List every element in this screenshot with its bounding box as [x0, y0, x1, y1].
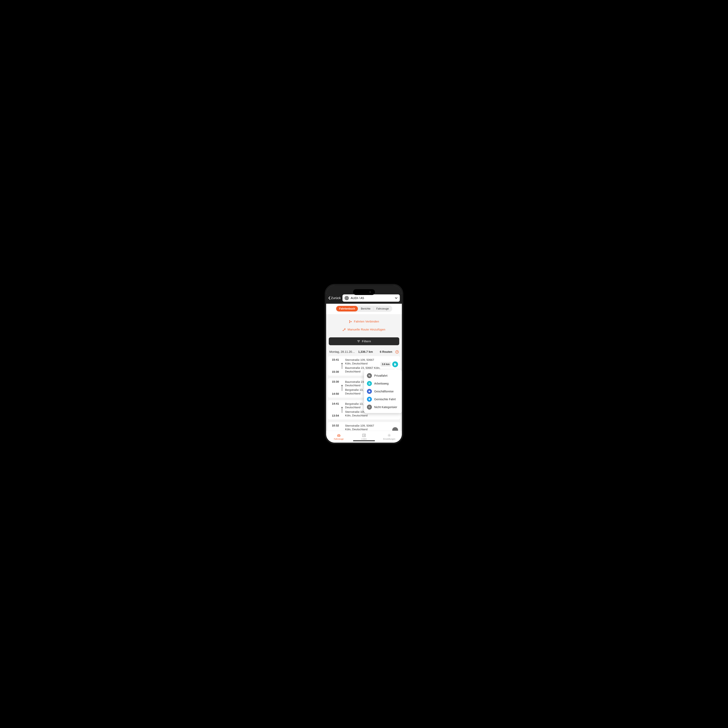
start-time: 15:30 — [332, 370, 339, 373]
tab-fahrzeuge-top[interactable]: Fahrzeuge — [373, 306, 392, 312]
tab-label: Fahrzeuge — [334, 438, 344, 440]
direction-arrow — [340, 380, 344, 395]
times-column: 10:32 — [330, 424, 339, 431]
building-icon — [367, 381, 372, 386]
svg-point-0 — [349, 320, 350, 321]
category-popover: Privatfahrt Arbeitsweg Geschäftsreise — [364, 370, 402, 413]
car-icon — [336, 433, 341, 437]
merge-icon — [349, 320, 352, 323]
tab-fahrzeuge[interactable]: Fahrzeuge — [326, 431, 351, 443]
filter-button[interactable]: Filtern — [329, 337, 399, 345]
screen: Zurück AUDI / A5 Fahrtenbuch Berichte Fa… — [326, 285, 402, 443]
category-option-mixed[interactable]: Gemischte Fahrt — [364, 395, 402, 403]
summary-routes: 6 Routen — [380, 350, 392, 353]
svg-point-1 — [349, 322, 350, 323]
times-column: 15:30 14:50 — [330, 380, 339, 395]
home-indicator — [353, 440, 375, 441]
svg-point-5 — [369, 375, 370, 376]
shield-icon — [367, 397, 372, 402]
scroll-content[interactable]: Fahrten Verbinden Manuelle Route Hinzufü… — [326, 314, 402, 443]
distance-badge: 3.6 km — [381, 362, 391, 367]
category-label: Gemischte Fahrt — [374, 398, 396, 401]
direction-arrow — [340, 402, 344, 418]
manual-route-link[interactable]: Manuelle Route Hinzufügen — [326, 326, 402, 333]
filter-icon — [357, 340, 360, 343]
category-label: Arbeitsweg — [374, 382, 388, 385]
svg-point-2 — [351, 321, 352, 322]
category-label: Geschäftsreise — [374, 390, 393, 393]
direction-arrow — [340, 358, 344, 373]
summary-date: Montag, 28.11.20… — [329, 350, 355, 353]
end-time: 10:32 — [332, 424, 339, 427]
eye-off-icon — [367, 373, 372, 378]
category-option-work[interactable]: Arbeitsweg — [364, 379, 402, 387]
category-button[interactable] — [392, 361, 398, 367]
segmented-bar: Fahrtenbuch Berichte Fahrzeuge — [326, 304, 402, 314]
route-pin-icon — [343, 328, 346, 331]
tab-label: Einstellungen — [383, 438, 395, 440]
start-time: 14:50 — [332, 392, 339, 395]
end-time: 15:30 — [332, 380, 339, 383]
quick-actions: Fahrten Verbinden Manuelle Route Hinzufü… — [326, 314, 402, 335]
chevron-down-icon — [395, 297, 398, 300]
vehicle-selector[interactable]: AUDI / A5 — [343, 294, 400, 302]
bookmark-icon — [367, 405, 372, 410]
times-column: 15:41 15:30 — [330, 358, 339, 373]
svg-point-14 — [389, 435, 390, 436]
building-icon — [393, 363, 397, 366]
tab-label: Listen — [361, 438, 367, 440]
svg-rect-6 — [369, 391, 370, 392]
end-time: 14:41 — [332, 402, 339, 405]
category-option-none[interactable]: Nicht Kategorisier — [364, 403, 402, 411]
list-icon — [362, 433, 366, 437]
times-column: 14:41 13:54 — [330, 402, 339, 418]
svg-point-4 — [345, 329, 345, 329]
back-label: Zurück — [331, 296, 341, 300]
gear-icon — [387, 433, 392, 437]
help-icon[interactable]: ? — [395, 350, 399, 353]
manual-route-label: Manuelle Route Hinzufügen — [347, 328, 385, 331]
segmented-control: Fahrtenbuch Berichte Fahrzeuge — [336, 306, 392, 312]
end-address: Sternstraße 109, 50667 Köln, Deutschland — [345, 358, 381, 365]
tab-einstellungen[interactable]: Einstellungen — [377, 431, 402, 443]
back-button[interactable]: Zurück — [328, 296, 341, 300]
tab-berichte[interactable]: Berichte — [358, 306, 373, 312]
tab-label: Fahrzeuge — [376, 307, 389, 310]
vehicle-avatar — [344, 296, 349, 300]
vehicle-label: AUDI / A5 — [350, 296, 393, 300]
filter-label: Filtern — [362, 340, 371, 343]
connect-trips-label: Fahrten Verbinden — [354, 320, 379, 323]
tab-fahrtenbuch[interactable]: Fahrtenbuch — [336, 306, 358, 312]
connect-trips-link[interactable]: Fahrten Verbinden — [326, 318, 402, 326]
category-option-business[interactable]: Geschäftsreise — [364, 387, 402, 395]
start-time: 13:54 — [332, 414, 339, 417]
category-label: Nicht Kategorisier — [374, 405, 397, 409]
tab-label: Berichte — [361, 307, 370, 310]
chevron-left-icon — [328, 296, 330, 300]
phone-frame: Zurück AUDI / A5 Fahrtenbuch Berichte Fa… — [325, 284, 403, 444]
end-time: 15:41 — [332, 358, 339, 361]
tab-label: Fahrtenbuch — [339, 307, 355, 310]
end-address: Sternstraße 109, 50667 Köln, Deutschland — [345, 424, 381, 431]
navbar: Zurück AUDI / A5 — [326, 285, 402, 304]
category-option-private[interactable]: Privatfahrt — [364, 372, 402, 379]
briefcase-icon — [367, 389, 372, 394]
summary-km: 1,336.7 km — [358, 350, 373, 353]
summary-row: Montag, 28.11.20… 1,336.7 km 6 Routen ? — [326, 349, 402, 356]
address-column: Sternstraße 109, 50667 Köln, Deutschland — [345, 424, 398, 431]
direction-arrow — [340, 424, 344, 431]
category-label: Privatfahrt — [374, 374, 387, 378]
